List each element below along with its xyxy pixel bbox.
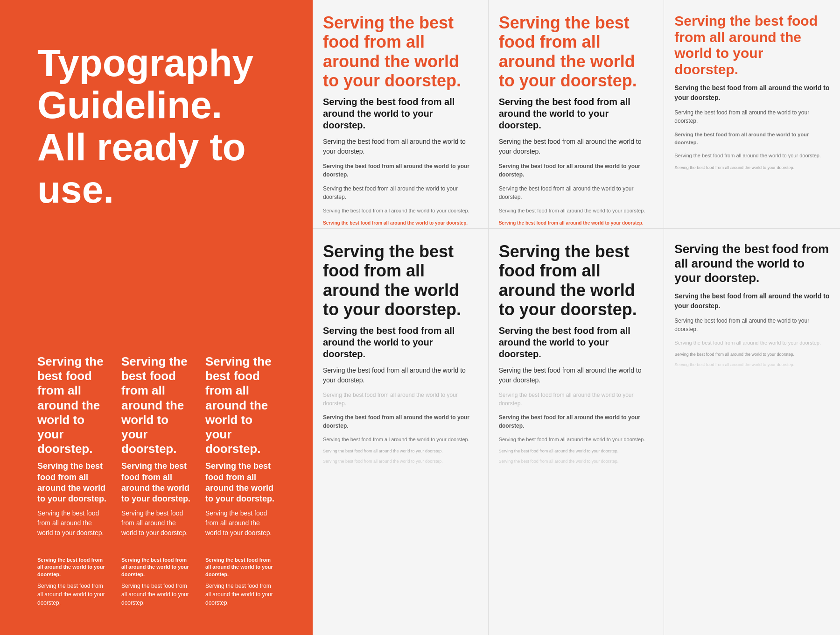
r3b-body: Serving the best food from all around th… — [674, 317, 830, 333]
right-col2-bottom: Serving the best food from all around th… — [489, 229, 665, 635]
r2b-xs-xs: Serving the best food from all around th… — [499, 449, 654, 453]
right-col1-bottom: Serving the best food from all around th… — [313, 229, 489, 635]
left-c2-body: Serving the best food from all around th… — [121, 508, 191, 538]
right-panel: Serving the best food from all around th… — [313, 0, 840, 635]
left-extra-c2-sm: Serving the best food from all around th… — [121, 582, 191, 607]
right-top: Serving the best food from all around th… — [313, 0, 840, 229]
left-bottom-extra: Serving the best food from all around th… — [37, 557, 275, 607]
r1b-xl: Serving the best food from all around th… — [323, 242, 478, 319]
r1t-sm-bold: Serving the best food from all around th… — [323, 162, 478, 179]
r1t-xl-orange: Serving the best food from all around th… — [323, 13, 478, 91]
left-c1-heading: Serving the best food from all around th… — [37, 354, 107, 456]
right-bottom: Serving the best food from all around th… — [313, 229, 840, 635]
r3b-caption: Serving the best food from all around th… — [674, 362, 830, 367]
left-c1-body: Serving the best food from all around th… — [37, 508, 107, 538]
r3t-sm-reg: Serving the best food from all around th… — [674, 152, 830, 160]
r1b-sm-bold: Serving the best food from all around th… — [323, 413, 478, 430]
r2t-xs-sm: Serving the best food from all around th… — [499, 207, 654, 215]
left-extra-c2-bold: Serving the best food from all around th… — [121, 557, 191, 578]
r1b-xs-xs: Serving the best food from all around th… — [323, 449, 478, 453]
right-col3-bottom: Serving the best food from all around th… — [664, 229, 840, 635]
r2b-xl: Serving the best food from all around th… — [499, 242, 654, 319]
r1b-sm-gray: Serving the best food from all around th… — [323, 391, 478, 408]
r3t-body: Serving the best food from all around th… — [674, 108, 830, 125]
left-extra-c1-bold: Serving the best food from all around th… — [37, 557, 107, 578]
left-col-2: Serving the best food from all around th… — [121, 354, 191, 538]
left-extra-c2: Serving the best food from all around th… — [121, 557, 191, 607]
r1b-body: Serving the best food from all around th… — [323, 366, 478, 385]
r1b-bold-md: Serving the best food from all around th… — [323, 325, 478, 360]
r2b-bold-md: Serving the best food from all around th… — [499, 325, 654, 360]
r1b-xs-sm: Serving the best food from all around th… — [323, 436, 478, 444]
r3b-sm-gray: Serving the best food from all around th… — [674, 339, 830, 347]
r2t-sm-bold: Serving the best food for all around the… — [499, 162, 654, 179]
left-c1-subheading: Serving the best food from all around th… — [37, 461, 107, 505]
left-extra-c3-sm: Serving the best food from all around th… — [205, 582, 275, 607]
r2b-caption: Serving the best food from all around th… — [499, 459, 654, 464]
r1t-xs-bold-orange: Serving the best food from all around th… — [323, 220, 478, 226]
left-col-1: Serving the best food from all around th… — [37, 354, 107, 538]
r2t-bold-md: Serving the best food from all around th… — [499, 96, 654, 131]
r3t-sm-bold: Serving the best food from all around th… — [674, 131, 830, 146]
left-c2-subheading: Serving the best food from all around th… — [121, 461, 191, 505]
r3t-xs-sm: Serving the best food from all around th… — [674, 165, 830, 170]
r1t-sm-reg: Serving the best food from all around th… — [323, 184, 478, 201]
left-col-grid: Serving the best food from all around th… — [37, 354, 275, 538]
r2t-xs-bold-orange: Serving the best food from all around th… — [499, 220, 654, 226]
r3t-bold-md: Serving the best food from all around th… — [674, 83, 830, 103]
left-c3-subheading: Serving the best food from all around th… — [205, 461, 275, 505]
r2t-body: Serving the best food from all around th… — [499, 137, 654, 156]
left-extra-c3-bold: Serving the best food from all around th… — [205, 557, 275, 578]
r3b-xl: Serving the best food from all around th… — [674, 242, 830, 286]
left-col-3: Serving the best food from all around th… — [205, 354, 275, 538]
r1t-xs-sm: Serving the best food from all around th… — [323, 207, 478, 215]
left-extra-c1-sm: Serving the best food from all around th… — [37, 582, 107, 607]
r2b-sm-gray: Serving the best food from all around th… — [499, 391, 654, 408]
r3t-xl-orange: Serving the best food from all around th… — [674, 13, 830, 78]
r3b-bold-md: Serving the best food from all around th… — [674, 291, 830, 311]
r2b-sm-bold: Serving the best food for all around the… — [499, 413, 654, 430]
left-c3-heading: Serving the best food from all around th… — [205, 354, 275, 456]
right-col2-top: Serving the best food from all around th… — [489, 0, 665, 228]
left-extra-c1: Serving the best food from all around th… — [37, 557, 107, 607]
r1t-bold-md: Serving the best food from all around th… — [323, 96, 478, 131]
left-bottom: Serving the best food from all around th… — [37, 345, 275, 607]
r2t-sm-reg: Serving the best food from all around th… — [499, 184, 654, 201]
right-col1-top: Serving the best food from all around th… — [313, 0, 489, 228]
left-c3-body: Serving the best food from all around th… — [205, 508, 275, 538]
right-col3-top: Serving the best food from all around th… — [664, 0, 840, 228]
r1b-caption: Serving the best food from all around th… — [323, 459, 478, 464]
r2b-xs-sm: Serving the best food from all around th… — [499, 436, 654, 444]
hero-section: Typography Guideline. All ready to use. — [37, 28, 275, 211]
hero-title: Typography Guideline. All ready to use. — [37, 42, 275, 211]
r2t-xl-orange: Serving the best food from all around th… — [499, 13, 654, 91]
r3b-xs-sm: Serving the best food from all around th… — [674, 352, 830, 357]
left-c2-heading: Serving the best food from all around th… — [121, 354, 191, 456]
left-panel: Typography Guideline. All ready to use. … — [0, 0, 313, 635]
r2b-body: Serving the best food from all around th… — [499, 366, 654, 385]
r1t-body: Serving the best food from all around th… — [323, 137, 478, 156]
left-extra-c3: Serving the best food from all around th… — [205, 557, 275, 607]
